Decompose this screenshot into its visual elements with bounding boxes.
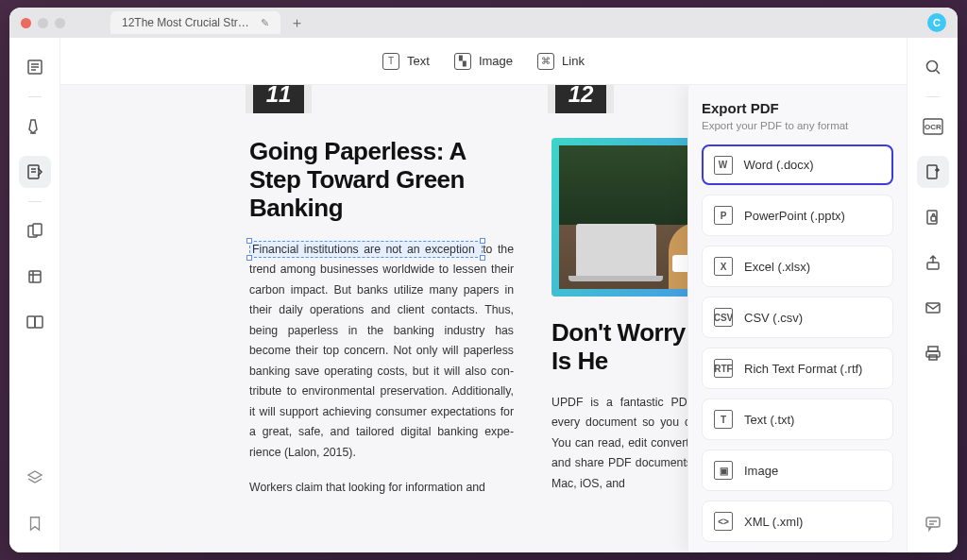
format-icon: <> (714, 512, 733, 531)
text-label: Text (407, 54, 430, 68)
export-format-csv[interactable]: CSVCSV (.csv) (702, 297, 893, 338)
body-paragraph-2: Workers claim that looking for informati… (249, 478, 514, 499)
link-label: Link (562, 54, 585, 68)
tab-title: 12The Most Crucial Strateg (122, 16, 253, 29)
svg-rect-18 (926, 518, 940, 527)
format-icon: X (714, 257, 733, 276)
format-icon: RTF (714, 359, 733, 378)
format-label: Rich Text Format (.rtf) (744, 362, 862, 376)
export-format-powerpoint[interactable]: PPowerPoint (.pptx) (702, 195, 893, 236)
svg-rect-4 (29, 271, 41, 282)
separator (28, 201, 42, 202)
layers-icon[interactable] (19, 462, 51, 494)
image-icon: ▚ (454, 53, 471, 70)
edit-tool[interactable] (19, 156, 51, 188)
svg-rect-10 (927, 165, 937, 178)
email-icon[interactable] (917, 292, 949, 324)
app-window: 12The Most Crucial Strateg ✎ ＋ C (9, 8, 958, 552)
protect-icon[interactable] (917, 201, 949, 233)
search-icon[interactable] (917, 51, 949, 83)
export-format-html[interactable]: HHTML (.htm) (702, 552, 893, 552)
svg-rect-6 (35, 316, 42, 328)
document-tab[interactable]: 12The Most Crucial Strateg ✎ (110, 11, 280, 34)
format-label: PowerPoint (.pptx) (744, 209, 845, 223)
tab-strip: 12The Most Crucial Strateg ✎ ＋ (110, 11, 307, 34)
export-icon[interactable] (917, 156, 949, 188)
svg-rect-5 (27, 316, 35, 328)
format-label: Excel (.xlsx) (744, 260, 810, 274)
canvas-area: T Text ▚ Image ⌘ Link 11 Going Paperless… (60, 38, 907, 552)
paragraph-rest: to the trend among businesses worldwide … (249, 243, 514, 459)
page-number-badge: 11 (249, 85, 308, 113)
svg-rect-14 (926, 303, 940, 313)
format-icon: W (714, 156, 733, 175)
export-format-excel[interactable]: XExcel (.xlsx) (702, 246, 893, 287)
svg-rect-3 (33, 224, 42, 235)
page-title: Going Paperless: A Step Toward Green Ban… (249, 138, 514, 223)
crop-tool[interactable] (19, 261, 51, 293)
separator (28, 96, 42, 97)
separator (926, 96, 940, 97)
document-viewport[interactable]: 11 Going Paperless: A Step Toward Green … (60, 85, 907, 552)
edit-tab-icon: ✎ (261, 17, 269, 29)
export-format-xml[interactable]: <>XML (.xml) (702, 501, 893, 542)
compare-tool[interactable] (19, 306, 51, 338)
link-icon: ⌘ (537, 53, 554, 70)
text-button[interactable]: T Text (382, 53, 430, 70)
format-label: Text (.txt) (744, 413, 794, 427)
close-light[interactable] (21, 18, 31, 28)
ocr-icon[interactable]: OCR (917, 110, 949, 143)
window-controls (21, 18, 65, 28)
highlight-tool[interactable] (19, 110, 51, 143)
svg-rect-12 (931, 216, 936, 221)
format-icon: T (714, 410, 733, 429)
format-icon: ▣ (714, 461, 733, 480)
selected-text[interactable]: Financial institutions are not an except… (249, 241, 483, 258)
left-sidebar (9, 38, 60, 552)
page-number-badge: 12 (551, 85, 610, 113)
svg-rect-16 (926, 351, 940, 357)
export-title: Export PDF (702, 100, 893, 116)
comment-icon[interactable] (917, 507, 949, 539)
right-sidebar: OCR (907, 38, 958, 552)
organize-tool[interactable] (19, 215, 51, 247)
export-format-text[interactable]: TText (.txt) (702, 399, 893, 440)
svg-point-7 (926, 61, 937, 72)
reader-tool[interactable] (19, 51, 51, 83)
format-label: XML (.xml) (744, 515, 803, 529)
print-icon[interactable] (917, 337, 949, 369)
export-format-image[interactable]: ▣Image (702, 450, 893, 491)
bookmark-icon[interactable] (19, 507, 51, 539)
svg-rect-13 (927, 263, 939, 269)
highlighted-text: Financial institutions are not an except… (252, 243, 475, 256)
format-label: Image (744, 464, 778, 478)
edit-toolbar: T Text ▚ Image ⌘ Link (60, 38, 907, 85)
maximize-light[interactable] (55, 18, 65, 28)
text-icon: T (382, 53, 399, 70)
app-body: T Text ▚ Image ⌘ Link 11 Going Paperless… (9, 38, 958, 552)
page-left: 11 Going Paperless: A Step Toward Green … (249, 85, 514, 499)
body-paragraph: Financial institutions are not an except… (249, 240, 514, 464)
new-tab-button[interactable]: ＋ (286, 12, 307, 33)
image-button[interactable]: ▚ Image (454, 53, 513, 70)
export-format-word[interactable]: WWord (.docx) (702, 144, 893, 185)
format-label: Word (.docx) (744, 158, 814, 172)
format-icon: CSV (714, 308, 733, 327)
image-label: Image (479, 54, 513, 68)
avatar[interactable]: C (927, 13, 946, 32)
minimize-light[interactable] (38, 18, 48, 28)
link-button[interactable]: ⌘ Link (537, 53, 585, 70)
share-icon[interactable] (917, 246, 949, 279)
export-format-rich[interactable]: RTFRich Text Format (.rtf) (702, 348, 893, 389)
export-format-list: WWord (.docx)PPowerPoint (.pptx)XExcel (… (702, 144, 893, 552)
export-subtitle: Export your PDF to any format (702, 120, 893, 131)
format-icon: P (714, 206, 733, 225)
svg-text:OCR: OCR (925, 123, 942, 131)
titlebar: 12The Most Crucial Strateg ✎ ＋ C (9, 8, 958, 38)
export-panel: Export PDF Export your PDF to any format… (687, 85, 907, 552)
format-label: CSV (.csv) (744, 311, 803, 325)
